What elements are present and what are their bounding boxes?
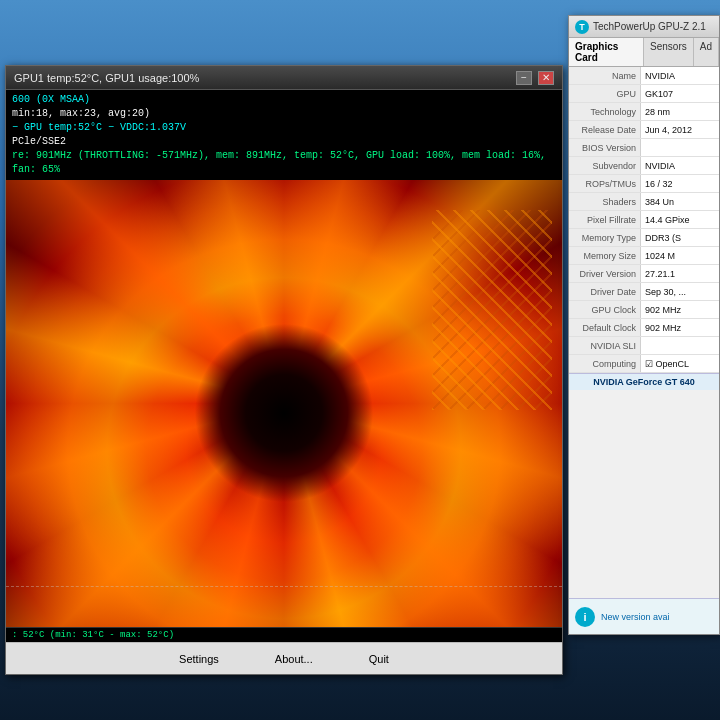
value-name: NVIDIA — [641, 67, 719, 84]
gpuz-window: T TechPowerUp GPU-Z 2.1 Graphics Card Se… — [568, 15, 720, 635]
label-default-clock: Default Clock — [569, 319, 641, 336]
gpuz-footer-icon: i — [575, 607, 595, 627]
label-release-date: Release Date — [569, 121, 641, 138]
label-memory-size: Memory Size — [569, 247, 641, 264]
settings-button[interactable]: Settings — [171, 651, 227, 667]
label-subvendor: Subvendor — [569, 157, 641, 174]
furmark-titlebar: GPU1 temp:52°C, GPU1 usage:100% − ✕ — [6, 66, 562, 90]
gpuz-title: TechPowerUp GPU-Z 2.1 — [593, 21, 706, 32]
label-bios-version: BIOS Version — [569, 139, 641, 156]
label-technology: Technology — [569, 103, 641, 120]
furmark-window: GPU1 temp:52°C, GPU1 usage:100% − ✕ 600 … — [5, 65, 563, 675]
value-subvendor: NVIDIA — [641, 157, 719, 174]
info-line-2: min:18, max:23, avg:20) — [12, 107, 556, 121]
furmark-title: GPU1 temp:52°C, GPU1 usage:100% — [14, 72, 199, 84]
gpuz-logo-icon: T — [575, 20, 589, 34]
row-technology: Technology 28 nm — [569, 103, 719, 121]
info-text-3: − GPU temp:52°C − VDDC:1.037V — [12, 122, 186, 133]
info-line-4: PCle/SSE2 — [12, 135, 556, 149]
info-text-2: min:18, max:23, avg:20) — [12, 108, 150, 119]
value-gpu-clock: 902 MHz — [641, 301, 719, 318]
label-nvidia-sli: NVIDIA SLI — [569, 337, 641, 354]
fire-center — [194, 323, 374, 503]
gpuz-device-name: NVIDIA GeForce GT 640 — [569, 373, 719, 390]
label-computing: Computing — [569, 355, 641, 372]
value-nvidia-sli — [641, 337, 719, 354]
value-pixel-fillrate: 14.4 GPixe — [641, 211, 719, 228]
value-gpu: GK107 — [641, 85, 719, 102]
row-driver-version: Driver Version 27.21.1 — [569, 265, 719, 283]
diamond-pattern — [432, 210, 552, 410]
label-name: Name — [569, 67, 641, 84]
row-gpu: GPU GK107 — [569, 85, 719, 103]
furmark-status-bar: : 52°C (min: 31°C - max: 52°C) — [6, 627, 562, 642]
row-name: Name NVIDIA — [569, 67, 719, 85]
tab-ad[interactable]: Ad — [694, 38, 719, 66]
value-memory-type: DDR3 (S — [641, 229, 719, 246]
furmark-info-bar: 600 (0X MSAA) min:18, max:23, avg:20) − … — [6, 90, 562, 180]
label-rops-tmus: ROPs/TMUs — [569, 175, 641, 192]
about-button[interactable]: About... — [267, 651, 321, 667]
row-shaders: Shaders 384 Un — [569, 193, 719, 211]
gpuz-tabs: Graphics Card Sensors Ad — [569, 38, 719, 67]
info-line-1: 600 (0X MSAA) — [12, 93, 556, 107]
row-pixel-fillrate: Pixel Fillrate 14.4 GPixe — [569, 211, 719, 229]
row-release-date: Release Date Jun 4, 2012 — [569, 121, 719, 139]
value-technology: 28 nm — [641, 103, 719, 120]
label-gpu: GPU — [569, 85, 641, 102]
value-computing: ☑ OpenCL — [641, 355, 719, 372]
info-line-3: − GPU temp:52°C − VDDC:1.037V — [12, 121, 556, 135]
furmark-bottom-bar: Settings About... Quit — [6, 642, 562, 674]
label-driver-date: Driver Date — [569, 283, 641, 300]
furmark-window-controls: − ✕ — [516, 71, 554, 85]
tab-graphics-card[interactable]: Graphics Card — [569, 38, 644, 66]
value-bios-version — [641, 139, 719, 156]
row-memory-size: Memory Size 1024 M — [569, 247, 719, 265]
gpuz-content: Name NVIDIA GPU GK107 Technology 28 nm R… — [569, 67, 719, 373]
row-bios-version: BIOS Version — [569, 139, 719, 157]
info-text-5: re: 901MHz (THROTTLING: -571MHz), mem: 8… — [12, 150, 546, 175]
row-rops-tmus: ROPs/TMUs 16 / 32 — [569, 175, 719, 193]
info-text-4: PCle/SSE2 — [12, 136, 66, 147]
quit-button[interactable]: Quit — [361, 651, 397, 667]
value-driver-version: 27.21.1 — [641, 265, 719, 282]
gpuz-titlebar: T TechPowerUp GPU-Z 2.1 — [569, 16, 719, 38]
value-shaders: 384 Un — [641, 193, 719, 210]
minimize-button[interactable]: − — [516, 71, 532, 85]
value-memory-size: 1024 M — [641, 247, 719, 264]
gpuz-footer-text: New version avai — [601, 612, 670, 622]
info-text-1: 600 (0X MSAA) — [12, 94, 90, 105]
row-default-clock: Default Clock 902 MHz — [569, 319, 719, 337]
label-shaders: Shaders — [569, 193, 641, 210]
label-memory-type: Memory Type — [569, 229, 641, 246]
label-driver-version: Driver Version — [569, 265, 641, 282]
status-text: : 52°C (min: 31°C - max: 52°C) — [12, 630, 174, 640]
value-release-date: Jun 4, 2012 — [641, 121, 719, 138]
label-gpu-clock: GPU Clock — [569, 301, 641, 318]
value-rops-tmus: 16 / 32 — [641, 175, 719, 192]
tab-sensors[interactable]: Sensors — [644, 38, 694, 66]
furmark-canvas — [6, 180, 562, 627]
row-memory-type: Memory Type DDR3 (S — [569, 229, 719, 247]
row-nvidia-sli: NVIDIA SLI — [569, 337, 719, 355]
dashed-line — [6, 586, 562, 587]
value-driver-date: Sep 30, ... — [641, 283, 719, 300]
row-computing: Computing ☑ OpenCL — [569, 355, 719, 373]
info-line-5: re: 901MHz (THROTTLING: -571MHz), mem: 8… — [12, 149, 556, 177]
value-default-clock: 902 MHz — [641, 319, 719, 336]
gpuz-footer: i New version avai — [569, 598, 719, 634]
row-driver-date: Driver Date Sep 30, ... — [569, 283, 719, 301]
row-subvendor: Subvendor NVIDIA — [569, 157, 719, 175]
close-button[interactable]: ✕ — [538, 71, 554, 85]
row-gpu-clock: GPU Clock 902 MHz — [569, 301, 719, 319]
label-pixel-fillrate: Pixel Fillrate — [569, 211, 641, 228]
